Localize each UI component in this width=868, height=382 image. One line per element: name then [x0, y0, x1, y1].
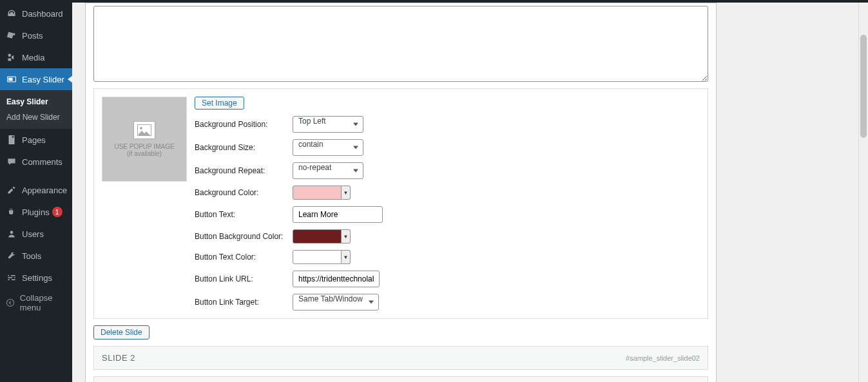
plugins-badge: 1 — [52, 207, 63, 217]
sidebar-item-dashboard[interactable]: Dashboard — [0, 3, 72, 24]
field-bg-repeat: Background Repeat: no-repeat — [195, 162, 700, 179]
plugins-icon — [5, 205, 18, 218]
sidebar-item-pages[interactable]: Pages — [0, 129, 72, 151]
chevron-down-icon: ▼ — [342, 229, 351, 244]
slide-2-header[interactable]: SLIDE 2 #sample_slider_slide02 — [93, 346, 708, 370]
placeholder-line: USE POPUP IMAGE — [114, 143, 174, 150]
sidebar-label: Posts — [22, 31, 43, 41]
sidebar-item-collapse[interactable]: Collapse menu — [0, 289, 72, 317]
chevron-down-icon: ▼ — [342, 186, 351, 200]
slider-settings-panel: USE POPUP IMAGE (if available) Set Image… — [85, 3, 717, 382]
select-value: Top Left — [293, 116, 363, 133]
bg-position-select[interactable]: Top Left — [293, 116, 363, 133]
bg-repeat-select[interactable]: no-repeat — [293, 162, 363, 179]
slider-icon — [5, 73, 18, 86]
collapse-icon — [5, 296, 16, 309]
color-swatch — [293, 186, 342, 200]
sidebar-label: Easy Slider — [22, 75, 64, 84]
submenu-item-easy-slider[interactable]: Easy Slider — [0, 94, 72, 110]
sidebar-label: Plugins — [22, 207, 50, 217]
users-icon — [5, 227, 18, 240]
sidebar-item-appearance[interactable]: Appearance — [0, 179, 72, 201]
comments-icon — [5, 155, 18, 168]
button-text-input[interactable] — [293, 206, 383, 223]
set-image-button[interactable]: Set Image — [195, 97, 244, 110]
submenu-item-add-new-slider[interactable]: Add New Slider — [0, 110, 72, 125]
sidebar-item-tools[interactable]: Tools — [0, 245, 72, 267]
button-link-url-input[interactable] — [293, 271, 380, 287]
field-label: Background Repeat: — [195, 166, 293, 175]
sidebar-label: Comments — [22, 157, 63, 167]
sidebar-item-media[interactable]: Media — [0, 46, 72, 68]
bg-size-select[interactable]: contain — [293, 139, 363, 156]
slide-header-title: SLIDE 2 — [102, 353, 135, 363]
slide-content-textarea[interactable] — [93, 6, 708, 82]
sidebar-label: Settings — [22, 273, 52, 283]
svg-point-8 — [9, 274, 11, 276]
field-label: Button Link URL: — [195, 274, 293, 283]
placeholder-line: (if available) — [114, 150, 174, 157]
svg-point-11 — [7, 299, 14, 306]
image-icon — [133, 121, 155, 139]
button-link-target-select[interactable]: Same Tab/Window — [293, 294, 379, 310]
admin-topbar — [0, 0, 868, 3]
field-label: Button Background Color: — [195, 232, 293, 241]
scrollbar[interactable] — [858, 3, 868, 382]
tools-icon — [5, 249, 18, 262]
media-icon — [5, 51, 18, 64]
sidebar-item-posts[interactable]: Posts — [0, 24, 72, 46]
sidebar-submenu: Easy Slider Add New Slider — [0, 90, 72, 129]
chevron-down-icon: ▼ — [342, 250, 351, 264]
slide-header-tag: #sample_slider_slide02 — [626, 354, 700, 362]
field-label: Button Text Color: — [195, 253, 293, 262]
svg-point-10 — [10, 279, 12, 281]
slide-3-header[interactable]: SLIDE 3 #sample_slider_slide03 — [93, 376, 708, 382]
posts-icon — [5, 29, 18, 42]
sidebar-label: Tools — [22, 251, 41, 261]
button-bg-color-picker[interactable]: ▼ — [293, 229, 351, 244]
field-bg-position: Background Position: Top Left — [195, 116, 700, 133]
scrollbar-thumb[interactable] — [860, 35, 867, 138]
slide-image-placeholder[interactable]: USE POPUP IMAGE (if available) — [102, 97, 187, 182]
field-label: Background Position: — [195, 120, 293, 129]
sidebar-item-easy-slider[interactable]: Easy Slider — [0, 68, 72, 90]
field-button-link-url: Button Link URL: — [195, 271, 700, 287]
field-button-text-color: Button Text Color: ▼ — [195, 250, 700, 264]
field-bg-color: Background Color: ▼ — [195, 186, 700, 200]
sidebar-item-users[interactable]: Users — [0, 223, 72, 245]
field-button-link-target: Button Link Target: Same Tab/Window — [195, 294, 700, 310]
sidebar-item-comments[interactable]: Comments — [0, 151, 72, 173]
field-label: Background Size: — [195, 143, 293, 152]
field-bg-size: Background Size: contain — [195, 139, 700, 156]
dashboard-icon — [5, 7, 18, 20]
delete-slide-button[interactable]: Delete Slide — [93, 325, 149, 339]
sidebar-label: Dashboard — [22, 9, 63, 19]
select-value: contain — [293, 139, 363, 156]
button-text-color-picker[interactable]: ▼ — [293, 250, 351, 264]
select-value: no-repeat — [293, 162, 363, 179]
field-button-bg-color: Button Background Color: ▼ — [195, 229, 700, 244]
field-label: Button Link Target: — [195, 298, 293, 307]
settings-icon — [5, 271, 18, 284]
placeholder-text: USE POPUP IMAGE (if available) — [114, 143, 174, 157]
bg-color-picker[interactable]: ▼ — [293, 186, 351, 200]
color-swatch — [293, 250, 342, 264]
field-label: Background Color: — [195, 188, 293, 197]
main-content: USE POPUP IMAGE (if available) Set Image… — [72, 0, 868, 382]
slide-fields: Set Image Background Position: Top Left … — [195, 97, 700, 310]
sidebar-item-plugins[interactable]: Plugins 1 — [0, 201, 72, 223]
sidebar-label: Users — [22, 229, 44, 239]
svg-point-0 — [8, 53, 11, 57]
slide-settings-box: USE POPUP IMAGE (if available) Set Image… — [93, 88, 708, 319]
sidebar-label: Pages — [22, 135, 46, 145]
admin-sidebar: Dashboard Posts Media Easy Slider Easy S… — [0, 0, 72, 382]
field-label: Button Text: — [195, 210, 293, 219]
svg-point-13 — [140, 127, 142, 129]
appearance-icon — [5, 184, 18, 196]
select-value: Same Tab/Window — [293, 294, 379, 310]
sidebar-item-settings[interactable]: Settings — [0, 267, 72, 289]
field-button-text: Button Text: — [195, 206, 700, 223]
pages-icon — [5, 133, 18, 146]
svg-point-9 — [12, 276, 14, 278]
color-swatch — [293, 229, 342, 244]
